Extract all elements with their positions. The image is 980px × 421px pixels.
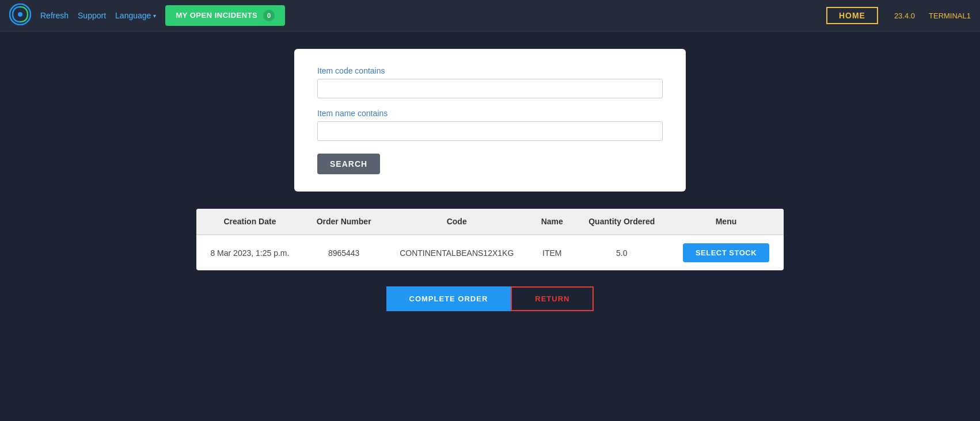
incidents-button[interactable]: MY OPEN INCIDENTS 0	[165, 5, 285, 26]
table-row: 8 Mar 2023, 1:25 p.m. 8965443 CONTINENTA…	[196, 235, 784, 270]
cell-code: CONTINENTALBEANS12X1KG	[384, 235, 529, 270]
language-button[interactable]: Language	[115, 11, 156, 20]
search-button[interactable]: SEARCH	[317, 154, 380, 174]
search-panel: Item code contains Item name contains SE…	[294, 49, 686, 192]
incidents-count: 0	[263, 10, 275, 21]
cell-quantity-ordered: 5.0	[575, 235, 668, 270]
cell-menu: SELECT STOCK	[668, 235, 784, 270]
results-table-container: Creation Date Order Number Code Name Qua…	[196, 209, 784, 270]
item-name-label: Item name contains	[317, 109, 663, 118]
complete-order-button[interactable]: COMPLETE ORDER	[386, 286, 511, 311]
refresh-button[interactable]: Refresh	[40, 11, 69, 20]
home-button[interactable]: HOME	[826, 7, 878, 24]
main-content: Item code contains Item name contains SE…	[0, 32, 980, 328]
results-table: Creation Date Order Number Code Name Qua…	[196, 209, 784, 270]
cell-creation-date: 8 Mar 2023, 1:25 p.m.	[196, 235, 303, 270]
svg-point-1	[18, 12, 22, 17]
cell-order-number: 8965443	[303, 235, 385, 270]
return-button[interactable]: RETURN	[511, 286, 594, 311]
col-name: Name	[529, 209, 575, 235]
item-name-input[interactable]	[317, 121, 663, 141]
support-button[interactable]: Support	[78, 11, 106, 20]
version-label: 23.4.0	[894, 12, 915, 20]
incidents-label: MY OPEN INCIDENTS	[176, 11, 257, 20]
col-quantity-ordered: Quantity Ordered	[575, 209, 668, 235]
terminal-label: TERMINAL1	[929, 12, 971, 20]
logo	[9, 3, 31, 28]
col-order-number: Order Number	[303, 209, 385, 235]
bottom-buttons: COMPLETE ORDER RETURN	[386, 286, 594, 311]
navbar: Refresh Support Language MY OPEN INCIDEN…	[0, 0, 980, 32]
table-header-row: Creation Date Order Number Code Name Qua…	[196, 209, 784, 235]
item-code-input[interactable]	[317, 79, 663, 98]
col-creation-date: Creation Date	[196, 209, 303, 235]
col-menu: Menu	[668, 209, 784, 235]
cell-name: ITEM	[529, 235, 575, 270]
item-code-label: Item code contains	[317, 66, 663, 75]
col-code: Code	[384, 209, 529, 235]
select-stock-button[interactable]: SELECT STOCK	[683, 243, 769, 262]
